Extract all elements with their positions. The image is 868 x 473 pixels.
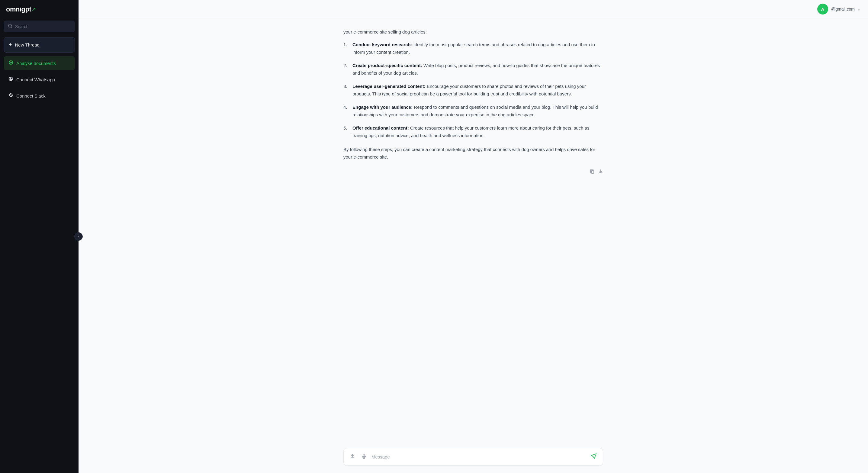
list-number: 2. xyxy=(343,62,349,69)
svg-line-1 xyxy=(11,27,12,28)
sidebar-collapse-button[interactable]: ‹ xyxy=(74,232,83,241)
search-placeholder-text: Search xyxy=(15,24,28,29)
list-item: 5. Offer educational content: Create res… xyxy=(343,124,603,139)
svg-rect-5 xyxy=(9,95,10,95)
sidebar-item-analyse-documents[interactable]: Analyse documents xyxy=(4,56,75,70)
list-item: 1. Conduct keyword research: Identify th… xyxy=(343,41,603,56)
list-number: 4. xyxy=(343,103,349,111)
svg-rect-8 xyxy=(10,96,11,97)
collapse-icon: ‹ xyxy=(78,234,79,239)
upload-button[interactable] xyxy=(348,452,356,462)
list-text: Offer educational content: Create resour… xyxy=(352,124,603,139)
send-button[interactable] xyxy=(590,452,598,462)
plus-icon: + xyxy=(9,42,12,48)
list-item: 3. Leverage user-generated content: Enco… xyxy=(343,83,603,98)
sidebar-item-label: Connect Slack xyxy=(16,93,45,98)
list-text: Create product-specific content: Write b… xyxy=(352,62,603,77)
chevron-down-icon: ⌄ xyxy=(858,7,861,11)
sidebar-item-connect-whatsapp[interactable]: Connect Whatsapp xyxy=(4,72,75,86)
list-text: Engage with your audience: Respond to co… xyxy=(352,103,603,119)
logo: omnigpt ↗ xyxy=(0,0,79,18)
list-bold: Conduct keyword research: xyxy=(352,42,412,47)
search-bar[interactable]: Search xyxy=(4,21,75,32)
list-text: Leverage user-generated content: Encoura… xyxy=(352,83,603,98)
svg-rect-6 xyxy=(12,95,13,96)
download-icon[interactable] xyxy=(598,168,603,177)
intro-text: your e-commerce site selling dog article… xyxy=(343,28,603,36)
list-text: Conduct keyword research: Identify the m… xyxy=(352,41,603,56)
strategy-list: 1. Conduct keyword research: Identify th… xyxy=(343,41,603,139)
chat-content: your e-commerce site selling dog article… xyxy=(79,19,868,443)
list-bold: Leverage user-generated content: xyxy=(352,84,426,89)
logo-arrow-icon: ↗ xyxy=(31,6,36,13)
message-input-container xyxy=(343,448,603,466)
conclusion-text: By following these steps, you can create… xyxy=(343,146,603,161)
slack-icon xyxy=(8,93,13,99)
header: A @gmail.com ⌄ xyxy=(79,0,868,19)
new-thread-button[interactable]: + New Thread xyxy=(4,37,75,53)
sidebar-item-connect-slack[interactable]: Connect Slack xyxy=(4,89,75,103)
list-item: 4. Engage with your audience: Respond to… xyxy=(343,103,603,119)
message-actions xyxy=(343,166,603,177)
list-number: 5. xyxy=(343,124,349,132)
svg-rect-7 xyxy=(10,93,11,94)
copy-icon[interactable] xyxy=(590,168,595,177)
sidebar-item-label: Connect Whatsapp xyxy=(16,77,55,82)
svg-point-3 xyxy=(10,62,11,63)
message-input[interactable] xyxy=(371,454,586,460)
list-number: 1. xyxy=(343,41,349,49)
svg-point-2 xyxy=(9,61,13,64)
svg-rect-10 xyxy=(363,454,365,457)
whatsapp-icon xyxy=(8,76,13,83)
list-bold: Create product-specific content: xyxy=(352,63,422,68)
logo-text: omnigpt xyxy=(6,5,31,13)
input-area xyxy=(79,443,868,473)
user-menu[interactable]: A @gmail.com ⌄ xyxy=(817,4,861,14)
new-thread-label: New Thread xyxy=(15,42,39,48)
main-content: A @gmail.com ⌄ your e-commerce site sell… xyxy=(79,0,868,473)
list-number: 3. xyxy=(343,83,349,90)
avatar: A xyxy=(817,4,828,14)
sidebar-item-label: Analyse documents xyxy=(16,61,56,66)
list-bold: Engage with your audience: xyxy=(352,104,412,109)
list-item: 2. Create product-specific content: Writ… xyxy=(343,62,603,77)
svg-rect-9 xyxy=(591,171,594,174)
analyse-documents-icon xyxy=(8,60,13,66)
search-icon xyxy=(8,24,13,29)
list-bold: Offer educational content: xyxy=(352,125,409,130)
microphone-button[interactable] xyxy=(360,452,368,462)
user-email: @gmail.com xyxy=(831,7,855,11)
sidebar: omnigpt ↗ Search + New Thread Analyse do… xyxy=(0,0,79,473)
message-body: your e-commerce site selling dog article… xyxy=(343,28,603,177)
